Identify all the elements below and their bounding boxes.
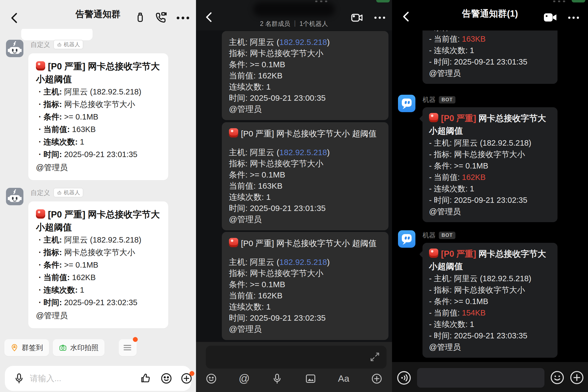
field-key: · 主机:	[39, 235, 62, 244]
message-input[interactable]	[30, 374, 135, 383]
thumbs-up-icon[interactable]	[139, 372, 151, 384]
field-key: - 主机:	[429, 274, 452, 283]
field-line: - 连续次数: 1	[429, 318, 551, 330]
field-value: 1	[266, 192, 271, 201]
field-value: 网卡总接收字节大小	[64, 100, 135, 109]
video-call-icon[interactable]	[154, 11, 168, 24]
field-key: 指标:	[229, 159, 247, 168]
message-input[interactable]	[417, 368, 544, 388]
right-header: 告警通知群(1)	[392, 0, 588, 30]
alert-card: [P0 严重] 网卡总接收字节大小超阈值 - 主机: 阿里云 (182.92.5…	[422, 243, 558, 358]
middle-header: 2 名群成员 | 1个机器人	[196, 0, 392, 30]
bot-avatar[interactable]	[6, 40, 23, 57]
ip-link[interactable]: 182.92.5.218	[279, 38, 327, 47]
divider: |	[294, 20, 296, 28]
field-line: 时间: 2025-09-21 23:00:35	[229, 92, 381, 103]
emoji-icon[interactable]	[160, 372, 173, 385]
ip-link[interactable]: 182.92.5.218	[279, 258, 327, 267]
more-icon[interactable]	[176, 16, 190, 20]
field-key: - 连续次数:	[429, 184, 468, 193]
sender-row: 机器 BOT	[422, 95, 455, 104]
field-key: 指标:	[229, 49, 247, 58]
mention-icon[interactable]: @	[239, 372, 250, 385]
bot-badge: BOT	[439, 232, 455, 239]
field-value: 1	[470, 184, 474, 193]
mic-icon[interactable]	[13, 372, 25, 384]
field-key: · 指标:	[39, 248, 62, 257]
watermark-camera-button[interactable]: 水印拍照	[53, 339, 105, 356]
sender-row: 机器 BOT	[422, 231, 455, 240]
partial-message-bubble	[21, 27, 93, 40]
ip-link[interactable]: 182.92.5.218	[279, 148, 327, 157]
field-value: >= 0.1MB	[250, 280, 285, 289]
field-line: - 时间: 2025-09-21 23:02:35	[429, 194, 551, 206]
add-icon[interactable]	[180, 372, 193, 385]
field-key: - 连续次数:	[429, 320, 468, 329]
message-input[interactable]	[206, 346, 387, 369]
bot-avatar[interactable]	[6, 188, 23, 205]
mic-icon[interactable]	[271, 373, 283, 385]
field-line: - 当前值: 163KB	[429, 33, 551, 45]
field-line: 主机: 阿里云 (182.92.5.218)	[229, 36, 381, 48]
expand-icon[interactable]	[369, 351, 381, 363]
video-call-icon[interactable]	[350, 11, 364, 24]
field-value: 1	[266, 302, 271, 311]
field-value: 阿里云 (	[250, 258, 279, 267]
field-value: 1	[470, 320, 474, 329]
bot-avatar[interactable]	[398, 230, 415, 248]
robot-icon	[6, 40, 23, 57]
alert-title: [P0 严重] 网卡总接收字节大小超阈值	[36, 60, 161, 85]
more-icon[interactable]	[373, 16, 387, 20]
bot-badge-label: 机器人	[64, 189, 80, 196]
more-actions-button[interactable]	[119, 339, 137, 356]
battery-icon	[572, 0, 585, 2]
emoji-icon[interactable]	[205, 373, 217, 385]
field-value: 网卡总接收字节大小	[454, 150, 525, 159]
group-checkin-button[interactable]: 群签到	[4, 339, 49, 356]
voice-icon[interactable]	[396, 370, 412, 386]
status-bar-icons	[315, 1, 327, 2]
field-key: - 当前值:	[429, 173, 460, 182]
field-line: 连续次数: 1	[229, 81, 381, 92]
mention: @管理员	[229, 214, 381, 225]
emoji-icon[interactable]	[549, 370, 565, 385]
sender-row: 自定义 机器人	[30, 40, 83, 49]
ding-icon[interactable]	[134, 11, 146, 23]
more-icon[interactable]	[567, 16, 580, 20]
field-key: · 主机:	[39, 87, 62, 96]
field-value: 162KB	[72, 273, 96, 282]
field-line: 指标: 网卡总接收字节大小	[229, 48, 381, 59]
right-chat-panel: - 条件: >= 0.1MB - 当前值: 163KB - 连续次数: 1 - …	[392, 0, 588, 392]
image-icon[interactable]	[305, 373, 317, 385]
video-call-icon[interactable]	[543, 12, 558, 23]
field-value: 163KB	[72, 125, 96, 134]
add-icon[interactable]	[569, 370, 585, 385]
field-line: 主机: 阿里云 (182.92.5.218)	[229, 256, 381, 268]
add-icon[interactable]	[371, 373, 383, 385]
field-line: 指标: 网卡总接收字节大小	[229, 268, 381, 279]
field-key: · 时间:	[39, 150, 62, 159]
composer-bar	[5, 366, 191, 391]
sender-name: 机器	[422, 231, 436, 240]
field-value: 2025-09-21 23:02:35	[250, 313, 326, 322]
field-line: 当前值: 163KB	[229, 180, 381, 191]
sender-name: 自定义	[30, 188, 50, 197]
field-value: 2025-09-21 23:00:35	[250, 93, 326, 102]
field-line: · 条件: >= 0.1MB	[36, 259, 161, 271]
field-key: · 条件:	[39, 112, 62, 121]
siren-icon	[229, 238, 238, 247]
left-chat-panel: 告警通知群	[0, 0, 196, 392]
field-line: · 主机: 阿里云 (182.92.5.218)	[36, 85, 161, 98]
field-line: · 条件: >= 0.1MB	[36, 111, 161, 123]
field-key: · 指标:	[39, 100, 62, 109]
font-icon[interactable]: Aa	[338, 373, 350, 384]
field-line: - 指标: 网卡总接收字节大小	[429, 284, 551, 296]
field-line: 条件: >= 0.1MB	[229, 169, 381, 180]
bot-badge: BOT	[439, 96, 455, 103]
field-value: 网卡总接收字节大小	[250, 269, 323, 278]
field-value: 网卡总接收字节大小	[250, 49, 323, 58]
sender-name: 机器	[422, 95, 436, 104]
field-key: 条件:	[229, 60, 247, 69]
bot-badge: 机器人	[53, 188, 83, 197]
bot-avatar[interactable]	[398, 95, 415, 112]
